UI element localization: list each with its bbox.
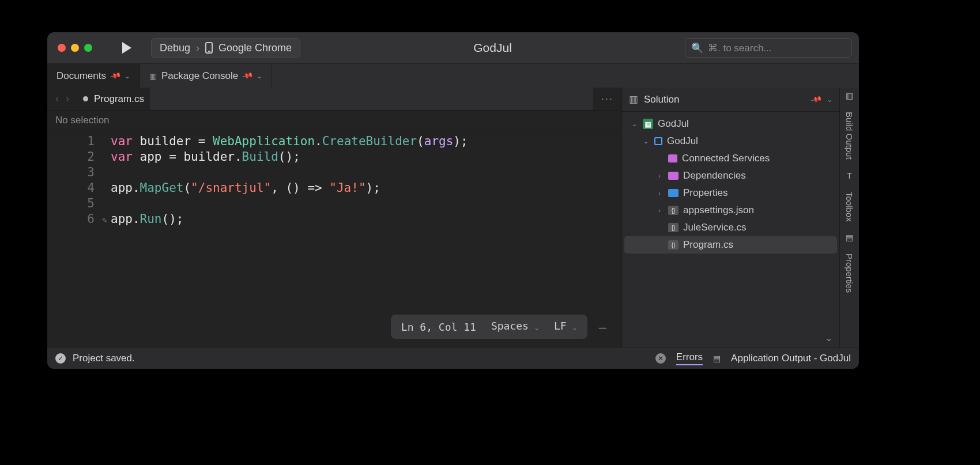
svc-icon <box>668 154 677 162</box>
tree-node-label: GodJul <box>667 135 698 147</box>
window-title: GodJul <box>310 41 676 55</box>
fld-icon <box>668 189 679 197</box>
titlebar: Debug › Google Chrome GodJul 🔍 ⌘. to sea… <box>47 32 859 63</box>
status-tab-output[interactable]: Application Output - GodJul <box>731 353 851 364</box>
line-number: 2 <box>47 149 111 165</box>
cursor-position: Ln 6, Col 11 <box>401 319 476 335</box>
tree-node[interactable]: {}Program.cs <box>624 236 837 254</box>
run-button[interactable] <box>122 42 131 54</box>
cs-icon: {} <box>668 240 679 249</box>
pin-icon[interactable]: 📌 <box>109 70 121 82</box>
text-icon: T <box>847 171 852 180</box>
code-line[interactable]: 5 <box>47 196 621 211</box>
tree-node[interactable]: ›Properties <box>624 184 837 202</box>
tab-package-console[interactable]: ▥ Package Console 📌 ⌄ <box>140 64 272 88</box>
rail-tab-build-output[interactable]: Build Output <box>845 108 854 163</box>
tree-node[interactable]: Connected Services <box>624 150 837 167</box>
panel-icon: ▥ <box>846 91 853 100</box>
code-line[interactable]: 3 <box>47 165 621 180</box>
panel-icon: ▥ <box>629 93 638 105</box>
line-number: 6 <box>47 211 111 227</box>
status-ok-icon: ✓ <box>55 353 66 364</box>
code-line[interactable]: 2var app = builder.Build(); <box>47 149 621 165</box>
tool-window-tabs: Documents 📌 ⌄ ▥ Package Console 📌 ⌄ <box>47 63 859 88</box>
disclosure-triangle-icon[interactable]: › <box>655 172 664 179</box>
output-icon: ▤ <box>713 354 721 363</box>
status-bar: ✓ Project saved. ✕ Errors ▤ Application … <box>47 347 859 369</box>
code-line[interactable]: 1var builder = WebApplication.CreateBuil… <box>47 134 621 149</box>
close-window-button[interactable] <box>58 44 66 52</box>
line-number: 4 <box>47 180 111 196</box>
rail-tab-properties[interactable]: Properties <box>845 250 854 296</box>
tab-label: Documents <box>56 70 106 82</box>
minimize-window-button[interactable] <box>71 44 79 52</box>
editor-breadcrumb[interactable]: No selection <box>47 111 621 130</box>
run-configuration-selector[interactable]: Debug › Google Chrome <box>151 38 300 58</box>
maximize-window-button[interactable] <box>84 44 92 52</box>
disclosure-triangle-icon[interactable]: › <box>655 190 664 196</box>
tree-node-label: Dependencies <box>683 170 746 182</box>
tree-node-label: GodJul <box>658 118 689 130</box>
disclosure-triangle-icon[interactable]: ⌄ <box>642 138 650 145</box>
search-placeholder: ⌘. to search... <box>708 42 772 54</box>
status-message: Project saved. <box>73 353 135 364</box>
file-tab-program[interactable]: Program.cs <box>77 88 150 110</box>
rail-tab-toolbox[interactable]: Toolbox <box>845 188 854 225</box>
editor-area: ‹ › Program.cs ··· No selection 1var bui… <box>47 88 621 347</box>
tab-documents[interactable]: Documents 📌 ⌄ <box>47 64 140 88</box>
chevron-right-icon: › <box>196 42 199 54</box>
solution-panel: ▥ Solution 📌 ⌄ ⌄▦GodJul⌄GodJulConnected … <box>621 88 839 347</box>
console-icon: ▥ <box>149 71 157 81</box>
search-icon: 🔍 <box>691 42 703 54</box>
chevron-down-icon[interactable]: ⌄ <box>827 96 832 104</box>
solution-panel-header: ▥ Solution 📌 ⌄ <box>622 88 839 112</box>
chevron-down-icon[interactable]: ⌄ <box>257 72 262 80</box>
file-tab-label: Program.cs <box>94 93 144 105</box>
editor-tabs: ‹ › Program.cs ··· <box>47 88 621 111</box>
code-line[interactable]: 6app.Run(); <box>47 211 621 227</box>
solution-tree[interactable]: ⌄▦GodJul⌄GodJulConnected Services›Depend… <box>622 112 839 257</box>
status-tab-errors[interactable]: Errors <box>676 351 703 365</box>
tree-node[interactable]: ›Dependencies <box>624 167 837 184</box>
tree-node-label: appsettings.json <box>683 205 754 216</box>
editor-status-pill[interactable]: Ln 6, Col 11 Spaces ⌄ LF ⌄ <box>391 315 587 339</box>
line-ending[interactable]: LF ⌄ <box>554 318 577 335</box>
cs-icon: {} <box>668 206 679 215</box>
panel-title: Solution <box>644 94 679 105</box>
disclosure-triangle-icon[interactable]: ⌄ <box>630 120 638 128</box>
tree-node-label: Properties <box>683 187 728 199</box>
code-editor[interactable]: 1var builder = WebApplication.CreateBuil… <box>47 130 621 347</box>
nav-back-button[interactable]: ‹ <box>53 90 61 107</box>
code-content: app.MapGet("/snartjul", () => "Ja!"); <box>111 180 380 196</box>
panel-expand-icon[interactable]: ⌄ <box>622 329 839 347</box>
tree-node[interactable]: ›{}appsettings.json <box>624 202 837 219</box>
build-config: Debug <box>160 42 190 54</box>
code-line[interactable]: 4app.MapGet("/snartjul", () => "Ja!"); <box>47 180 621 196</box>
right-tool-rail: ▥ Build Output T Toolbox ▤ Properties <box>839 88 859 347</box>
ide-window: Debug › Google Chrome GodJul 🔍 ⌘. to sea… <box>47 32 859 369</box>
indent-mode[interactable]: Spaces ⌄ <box>491 318 539 335</box>
chevron-down-icon[interactable]: ⌄ <box>125 72 130 80</box>
tree-node[interactable]: {}JuleService.cs <box>624 219 837 236</box>
code-content: var builder = WebApplication.CreateBuild… <box>111 134 468 149</box>
empty-tab-bar <box>150 88 593 110</box>
pin-icon[interactable]: 📌 <box>810 93 822 105</box>
list-icon: ▤ <box>846 233 853 242</box>
tree-node[interactable]: ⌄▦GodJul <box>624 115 837 133</box>
line-number: 3 <box>47 165 111 180</box>
line-number: 1 <box>47 134 111 149</box>
nav-forward-button[interactable]: › <box>63 90 71 107</box>
fldp-icon <box>668 172 679 180</box>
global-search[interactable]: 🔍 ⌘. to search... <box>685 38 852 58</box>
pin-icon[interactable]: 📌 <box>242 70 254 82</box>
window-controls <box>58 44 92 52</box>
editor-statusbar: Ln 6, Col 11 Spaces ⌄ LF ⌄ — <box>391 315 606 339</box>
tree-node[interactable]: ⌄GodJul <box>624 133 837 150</box>
disclosure-triangle-icon[interactable]: › <box>655 207 664 214</box>
run-target: Google Chrome <box>218 42 292 54</box>
tree-node-label: Program.cs <box>683 239 733 251</box>
tab-label: Package Console <box>161 70 238 82</box>
tab-overflow-button[interactable]: ··· <box>593 93 621 105</box>
cs-icon: {} <box>668 223 679 232</box>
collapse-icon[interactable]: — <box>599 319 606 335</box>
